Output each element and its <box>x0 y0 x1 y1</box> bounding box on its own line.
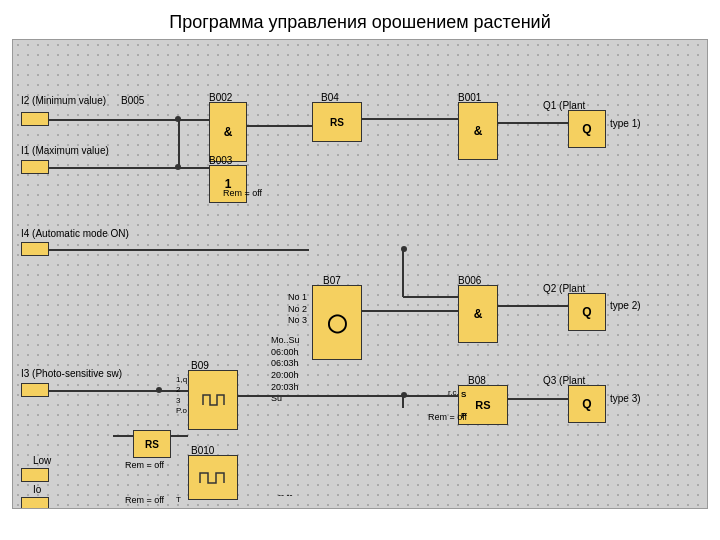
type3-label: type 3) <box>610 393 641 404</box>
input-i4-bar <box>21 242 49 256</box>
wire-b08-q3 <box>508 398 568 400</box>
block-b09 <box>188 370 238 430</box>
rem-off-b010: Rem = off02:00m+ <box>125 495 164 509</box>
b09-side: 1,q23P.o <box>176 375 187 417</box>
block-q3-symbol: Q <box>582 397 591 411</box>
input-i3-label: I3 (Photo-sensitive sw) <box>21 368 122 379</box>
wire-b006-q2 <box>498 305 568 307</box>
block-b08-label: B08 <box>468 375 486 386</box>
block-b010 <box>188 455 238 500</box>
dot-top1 <box>175 116 181 122</box>
block-b07: ◯ <box>312 285 362 360</box>
wire-b09-b08-v <box>402 393 404 408</box>
block-q2-label: Q2 (Plant <box>543 283 585 294</box>
input-low-label: Low <box>33 455 51 466</box>
wire-i4-v <box>402 247 404 297</box>
rs-low-symbol: RS <box>145 439 159 450</box>
block-b010-label: B010 <box>191 445 214 456</box>
block-b001-label: B001 <box>458 92 481 103</box>
dot-top2 <box>175 164 181 170</box>
block-b04-label: B04 <box>321 92 339 103</box>
wire-b04-b001 <box>362 118 458 120</box>
block-b04: RS <box>312 102 362 142</box>
wire-b07-b006 <box>362 310 458 312</box>
block-b001-symbol: & <box>474 124 483 138</box>
input-io-bar <box>21 497 49 509</box>
wire-b002-b04 <box>247 125 312 127</box>
b08-side: r.c. <box>448 388 459 398</box>
wire-top-v1 <box>178 119 180 167</box>
dot-i3 <box>156 387 162 393</box>
block-b002-symbol: & <box>224 125 233 139</box>
block-b002: & <box>209 102 247 162</box>
rem-off-b08: Rem = off <box>428 412 467 424</box>
wire-i2-b002 <box>49 119 209 121</box>
block-b09-label: B09 <box>191 360 209 371</box>
block-b08-symbol: RS <box>475 399 490 411</box>
block-rs-low: RS <box>133 430 171 458</box>
block-q3: Q <box>568 385 606 423</box>
block-b006-label: B006 <box>458 275 481 286</box>
wire-i1-b002 <box>49 167 209 169</box>
b010-t-label: T <box>176 495 181 505</box>
input-i4-label: I4 (Automatic mode ON) <box>21 228 129 239</box>
input-i1-bar <box>21 160 49 174</box>
wire-b09-b08-h <box>238 395 458 397</box>
diagram-container: I2 (Minimum value) B005 I1 (Maximum valu… <box>12 39 708 509</box>
block-q3-label: Q3 (Plant <box>543 375 585 386</box>
input-i2-label: I2 (Minimum value) <box>21 95 106 106</box>
page-title: Программа управления орошением растений <box>0 0 720 39</box>
b005-label: B005 <box>121 95 144 106</box>
input-i1-label: I1 (Maximum value) <box>21 145 109 156</box>
block-q2: Q <box>568 293 606 331</box>
rs-low-note: Rem = off <box>125 460 164 472</box>
block-b04-symbol: RS <box>330 117 344 128</box>
rem-off-label: Rem = off <box>223 188 262 200</box>
block-q1: Q <box>568 110 606 148</box>
wire-i4-b006 <box>403 296 458 298</box>
block-b006: & <box>458 285 498 343</box>
type1-label: type 1) <box>610 118 641 129</box>
block-b07-label: B07 <box>323 275 341 286</box>
block-b006-symbol: & <box>474 307 483 321</box>
block-b002-label: B002 <box>209 92 232 103</box>
block-b001: & <box>458 102 498 160</box>
type2-label: type 2) <box>610 300 641 311</box>
block-b07-symbol: ◯ <box>327 312 347 334</box>
wire-i3-h <box>49 390 189 392</box>
wire-b001-q1 <box>498 122 568 124</box>
input-low-bar <box>21 468 49 482</box>
block-q1-label: Q1 (Plant <box>543 100 585 111</box>
block-b08-s-label: S <box>459 390 466 399</box>
input-i3-bar <box>21 383 49 397</box>
wire-i4-h <box>49 249 309 251</box>
input-i2-bar <box>21 112 49 126</box>
input-io-label: Io <box>33 484 41 495</box>
block-b003-label: B003 <box>209 155 232 166</box>
b07-nos-label: No 1No 2No 3 <box>288 292 307 327</box>
dash-label: -- -- <box>278 490 293 502</box>
block-q2-symbol: Q <box>582 305 591 319</box>
block-q1-symbol: Q <box>582 122 591 136</box>
